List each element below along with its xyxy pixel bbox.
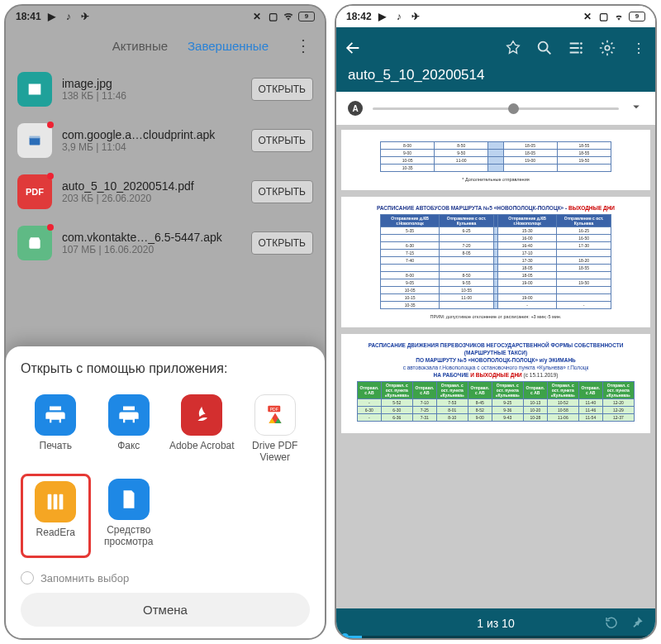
reading-progress[interactable]	[336, 636, 655, 638]
tab-active[interactable]: Активные	[112, 39, 168, 53]
telegram-icon: ✈	[79, 11, 91, 22]
app-label: ReadEra	[36, 527, 75, 551]
app-readera[interactable]: ReadEra	[21, 474, 91, 558]
page-note: ПРИМ: допустимое отклонение от расписани…	[351, 314, 640, 319]
open-button[interactable]: ОТКРЫТЬ	[251, 180, 314, 203]
youtube-icon: ▶	[46, 11, 58, 22]
svg-point-9	[580, 47, 583, 50]
app-label: Печать	[40, 441, 72, 464]
file-name: com.vkontakte…_6.5-5447.apk	[62, 231, 241, 244]
page-indicator: 1 из 10	[477, 617, 514, 630]
list-item[interactable]: com.vkontakte…_6.5-5447.apk107 МБ | 16.0…	[6, 217, 325, 269]
open-button[interactable]: ОТКРЫТЬ	[251, 129, 314, 152]
tab-completed[interactable]: Завершенные	[188, 39, 269, 53]
document-viewport[interactable]: 8-008-5018-0518-559-009-5018-0518-5510-0…	[336, 125, 655, 608]
youtube-icon: ▶	[377, 11, 388, 22]
overflow-menu-icon[interactable]: ⋮	[288, 36, 318, 55]
schedule-table: 8-008-5018-0518-559-009-5018-0518-5510-0…	[380, 141, 611, 172]
reader-toolbar: ⋮ auto_5_10_20200514	[336, 27, 655, 92]
svg-point-11	[605, 45, 610, 50]
premium-icon[interactable]	[503, 38, 523, 58]
apk-file-icon	[17, 226, 52, 260]
tiktok-icon: ♪	[393, 11, 405, 22]
file-meta: 203 КБ | 26.06.2020	[62, 193, 241, 204]
brightness-slider[interactable]	[373, 107, 619, 110]
image-file-icon	[17, 72, 52, 107]
battery-icon: 9	[629, 12, 645, 21]
svg-rect-1	[30, 136, 40, 139]
list-item[interactable]: image.jpg138 КБ | 11:46 ОТКРЫТЬ	[6, 64, 325, 115]
file-name: image.jpg	[62, 77, 241, 90]
pin-icon[interactable]	[630, 616, 644, 632]
app-label: Adobe Acrobat	[169, 441, 235, 464]
app-drive-pdf[interactable]: PDFDrive PDF Viewer	[240, 389, 311, 469]
svg-rect-6	[59, 494, 64, 510]
tiktok-icon: ♪	[63, 11, 74, 22]
page-note: * Дополнительные отправления	[351, 177, 640, 182]
file-meta: 138 КБ | 11:46	[62, 90, 241, 102]
svg-rect-4	[48, 494, 52, 510]
chevron-down-icon[interactable]	[629, 99, 644, 117]
app-adobe-acrobat[interactable]: Adobe Acrobat	[167, 389, 237, 469]
vibrate-icon: ✕	[251, 11, 263, 22]
open-button[interactable]: ОТКРЫТЬ	[251, 78, 314, 101]
app-grid: Печать Факс Adobe Acrobat PDFDrive PDF V…	[21, 389, 310, 558]
file-name: com.google.a…cloudprint.apk	[62, 128, 241, 141]
list-item[interactable]: PDF auto_5_10_20200514.pdf203 КБ | 26.06…	[6, 166, 325, 217]
svg-point-8	[580, 42, 583, 45]
file-meta: 107 МБ | 16.06.2020	[62, 244, 241, 255]
status-time: 18:42	[346, 11, 372, 22]
status-bar: 18:41 ▶ ♪ ✈ ✕ ▢ 9	[6, 6, 325, 27]
rotate-icon[interactable]	[604, 615, 619, 632]
overflow-menu-icon[interactable]: ⋮	[629, 38, 649, 58]
schedule-table: Отправл. с АВОтправл. с ост. пункта «Кул…	[357, 381, 635, 422]
battery-icon: 9	[298, 12, 315, 21]
svg-rect-5	[54, 494, 58, 510]
telegram-icon: ✈	[410, 11, 421, 22]
downloads-list: image.jpg138 КБ | 11:46 ОТКРЫТЬ com.goog…	[6, 64, 325, 269]
document-title: auto_5_10_20200514	[343, 64, 649, 83]
cancel-button[interactable]: Отмена	[21, 593, 310, 627]
brightness-row: A	[336, 92, 655, 125]
file-name: auto_5_10_20200514.pdf	[62, 179, 241, 193]
right-phone-reader: 18:42 ▶ ♪ ✈ ✕ ▢ 9 ⋮ auto_5_10_20200514 A	[335, 4, 657, 640]
pdf-page-3: РАСПИСАНИЕ ДВИЖЕНИЯ ПЕРЕВОЗЧИКОВ НЕГОСУД…	[341, 334, 650, 433]
sim-icon: ▢	[597, 11, 609, 22]
svg-point-7	[539, 42, 548, 51]
app-label: Средство просмотра	[96, 525, 163, 548]
schedule-table: Отправление д.КВ г.НовополоцкОтправление…	[380, 214, 611, 309]
contents-icon[interactable]	[566, 38, 586, 58]
pdf-page-2: РАСПИСАНИЕ АВТОБУСОВ МАРШРУТА №5 «НОВОПО…	[341, 197, 650, 327]
sim-icon: ▢	[267, 11, 278, 22]
list-item[interactable]: com.google.a…cloudprint.apk3,9 МБ | 11:0…	[6, 115, 325, 166]
status-bar: 18:42 ▶ ♪ ✈ ✕ ▢ 9	[336, 6, 655, 27]
auto-brightness-icon[interactable]: A	[348, 101, 363, 116]
vibrate-icon: ✕	[582, 11, 593, 22]
status-time: 18:41	[16, 11, 41, 22]
app-label: Drive PDF Viewer	[242, 441, 309, 464]
open-with-sheet: Открыть с помощью приложения: Печать Фак…	[6, 346, 325, 638]
sheet-title: Открыть с помощью приложения:	[21, 361, 310, 376]
apk-file-icon	[17, 123, 52, 158]
app-print[interactable]: Печать	[21, 389, 91, 469]
back-icon[interactable]	[343, 38, 363, 58]
wifi-icon	[613, 11, 625, 22]
settings-icon[interactable]	[597, 38, 617, 58]
app-label: Факс	[117, 441, 140, 464]
reader-bottombar: 1 из 10	[336, 608, 655, 638]
tabs-bar: Активные Завершенные ⋮	[6, 27, 325, 64]
wifi-icon	[283, 11, 294, 22]
svg-rect-0	[30, 137, 40, 145]
app-fax[interactable]: Факс	[94, 389, 164, 469]
open-button[interactable]: ОТКРЫТЬ	[251, 231, 314, 255]
remember-label: Запомнить выбор	[40, 572, 129, 584]
pdf-file-icon: PDF	[17, 174, 52, 209]
pdf-page-1: 8-008-5018-0518-559-009-5018-0518-5510-0…	[341, 130, 650, 190]
checkbox-icon[interactable]	[21, 571, 34, 584]
file-meta: 3,9 МБ | 11:04	[62, 141, 241, 153]
svg-point-10	[580, 51, 583, 54]
remember-choice[interactable]: Запомнить выбор	[21, 566, 310, 593]
app-viewer[interactable]: Средство просмотра	[94, 474, 164, 558]
search-icon[interactable]	[535, 38, 554, 58]
left-phone-downloads: 18:41 ▶ ♪ ✈ ✕ ▢ 9 Активные Завершенные ⋮…	[4, 4, 326, 640]
